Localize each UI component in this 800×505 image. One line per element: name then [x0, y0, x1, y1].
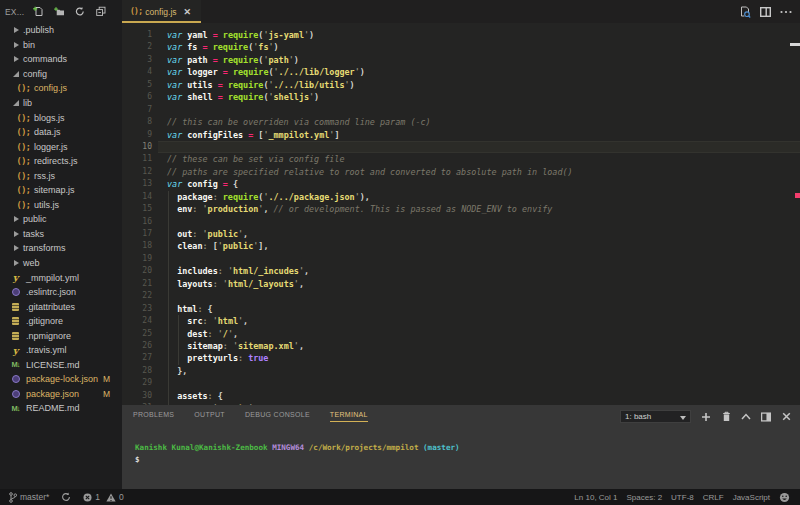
maximize-panel-button[interactable] — [741, 411, 751, 423]
tree-item-rss-js[interactable]: ();rss.js — [0, 168, 122, 183]
line-number: 18 — [122, 240, 152, 252]
line-number: 29 — [122, 377, 152, 389]
code-line-24: 24 src: 'html', — [122, 315, 800, 327]
refresh-button[interactable] — [75, 6, 85, 18]
tree-item--gitattributes[interactable]: .gitattributes — [0, 299, 122, 314]
eol-sequence[interactable]: CRLF — [703, 493, 724, 502]
language-mode[interactable]: JavaScript — [733, 493, 770, 502]
terminal-select[interactable]: 1: bash — [620, 410, 691, 423]
tree-item--publish[interactable]: .publish — [0, 23, 122, 38]
tree-item-label: .travis.yml — [26, 345, 67, 355]
tree-item--mmpilot-yml[interactable]: y_mmpilot.yml — [0, 270, 122, 285]
tree-item-package-lock-json[interactable]: package-lock.jsonM — [0, 372, 122, 387]
tree-item-label: config — [23, 69, 47, 79]
tree-item-label: utils.js — [34, 200, 59, 210]
new-file-icon — [33, 6, 43, 17]
line-number: 24 — [122, 315, 152, 327]
terminal-output[interactable]: Kanishk Kunal@Kanishk-Zenbook MINGW64 /c… — [135, 442, 460, 465]
close-icon — [782, 412, 791, 421]
open-changes-button[interactable] — [739, 6, 751, 18]
tree-item-data-js[interactable]: ();data.js — [0, 125, 122, 140]
code-text: // this can be overriden via command lin… — [167, 116, 431, 128]
tree-item-transforms[interactable]: transforms — [0, 241, 122, 256]
tree-item-blogs-js[interactable]: ();blogs.js — [0, 110, 122, 125]
line-number: 28 — [122, 365, 152, 377]
line-number: 12 — [122, 166, 152, 178]
tree-item-label: lib — [23, 98, 32, 108]
move-panel-button[interactable] — [761, 411, 771, 423]
collapse-all-button[interactable] — [96, 6, 106, 18]
code-line-11: 11// these can be set via config file — [122, 153, 800, 165]
tree-item-public[interactable]: public — [0, 212, 122, 227]
line-number: 22 — [122, 290, 152, 302]
tab-close-icon[interactable]: ✕ — [184, 7, 192, 17]
tree-item-label: _mmpilot.yml — [26, 273, 79, 283]
tree-item-sitemap-js[interactable]: ();sitemap.js — [0, 183, 122, 198]
tree-item-license-md[interactable]: M↓LICENSE.md — [0, 358, 122, 373]
encoding[interactable]: UTF-8 — [671, 493, 694, 502]
problems-indicator[interactable]: 1 0 — [83, 492, 123, 502]
code-editor[interactable]: 1var yaml = require('js-yaml')2var fs = … — [122, 23, 800, 405]
tab-config-js[interactable]: (); config.js ✕ — [122, 0, 201, 23]
line-number: 1 — [122, 29, 152, 41]
chevron-right-icon — [14, 42, 19, 48]
code-text: var yaml = require('js-yaml') — [167, 29, 314, 41]
code-text: assets: { — [167, 390, 223, 402]
tree-item--travis-yml[interactable]: y.travis.yml — [0, 343, 122, 358]
code-line-14: 14 package: require('./../package.json')… — [122, 191, 800, 203]
tree-item-label: transforms — [23, 243, 66, 253]
tree-item-label: bin — [23, 40, 35, 50]
tree-item-label: data.js — [34, 127, 61, 137]
sync-button[interactable] — [61, 492, 71, 502]
tree-item--eslintrc-json[interactable]: .eslintrc.json — [0, 285, 122, 300]
tree-item--npmignore[interactable]: .npmignore — [0, 328, 122, 343]
indentation[interactable]: Spaces: 2 — [627, 493, 663, 502]
tree-item-redirects-js[interactable]: ();redirects.js — [0, 154, 122, 169]
editor-tabbar: (); config.js ✕ — [122, 0, 800, 23]
git-branch-icon — [9, 492, 17, 503]
tree-item-lib[interactable]: lib — [0, 96, 122, 111]
code-line-23: 23 html: { — [122, 303, 800, 315]
tree-item-bin[interactable]: bin — [0, 38, 122, 53]
tree-item--gitignore[interactable]: .gitignore — [0, 314, 122, 329]
js-file-icon: (); — [17, 83, 30, 94]
code-text: html: { — [167, 303, 213, 315]
tree-item-web[interactable]: web — [0, 256, 122, 271]
git-modified-badge: M — [103, 374, 110, 384]
git-file-icon — [9, 330, 22, 341]
git-branch-indicator[interactable]: master* — [9, 492, 49, 503]
line-number: 3 — [122, 54, 152, 66]
tree-item-readme-md[interactable]: M↓README.md — [0, 401, 122, 416]
code-text: var configFiles = ['_mmpilot.yml'] — [167, 129, 339, 141]
tree-item-tasks[interactable]: tasks — [0, 227, 122, 242]
code-line-6: 6var shell = require('shelljs') — [122, 91, 800, 103]
tree-item-utils-js[interactable]: ();utils.js — [0, 198, 122, 213]
tree-item-label: .publish — [23, 25, 54, 35]
more-actions-button[interactable] — [780, 10, 792, 14]
kill-terminal-button[interactable] — [721, 411, 731, 423]
panel-tab-debug-console[interactable]: DEBUG CONSOLE — [245, 407, 310, 421]
line-number: 30 — [122, 390, 152, 402]
tree-item-commands[interactable]: commands — [0, 52, 122, 67]
line-number: 27 — [122, 352, 152, 364]
feedback-button[interactable] — [779, 492, 790, 503]
chevron-right-icon — [14, 260, 19, 266]
tree-item-config[interactable]: config — [0, 67, 122, 82]
panel-tab-problems[interactable]: PROBLEMS — [133, 407, 174, 421]
new-terminal-button[interactable] — [701, 411, 711, 423]
trash-icon — [722, 411, 731, 422]
split-editor-button[interactable] — [760, 7, 771, 17]
tree-item-config-js[interactable]: ();config.js — [0, 81, 122, 96]
chevron-right-icon — [14, 245, 19, 251]
panel-tab-terminal[interactable]: TERMINAL — [330, 407, 368, 421]
line-number: 20 — [122, 265, 152, 277]
tree-item-logger-js[interactable]: ();logger.js — [0, 139, 122, 154]
close-panel-button[interactable] — [781, 411, 791, 423]
new-folder-button[interactable] — [54, 6, 64, 18]
cursor-position[interactable]: Ln 10, Col 1 — [574, 493, 617, 502]
tree-item-label: package.json — [26, 389, 79, 399]
code-line-1: 1var yaml = require('js-yaml') — [122, 29, 800, 41]
new-file-button[interactable] — [33, 6, 43, 18]
tree-item-package-json[interactable]: package.jsonM — [0, 387, 122, 402]
panel-tab-output[interactable]: OUTPUT — [194, 407, 225, 421]
